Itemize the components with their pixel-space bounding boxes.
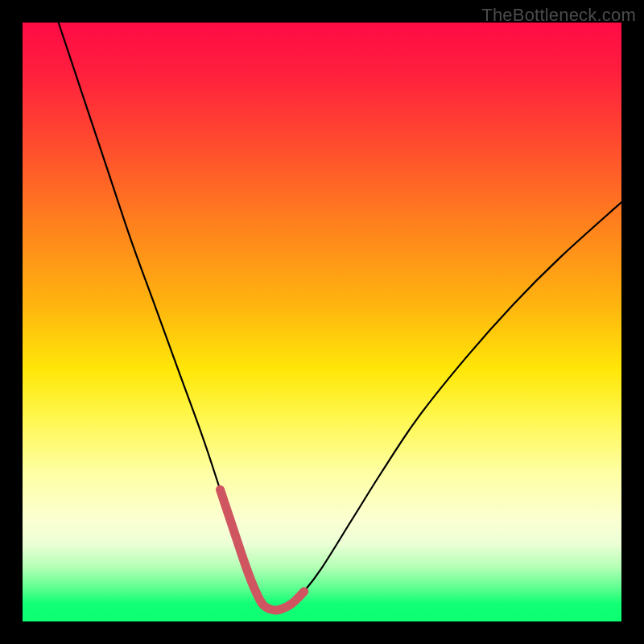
curve-svg bbox=[23, 23, 621, 621]
plot-area bbox=[23, 23, 621, 621]
highlight-band bbox=[221, 489, 304, 610]
outer-frame: TheBottleneck.com bbox=[0, 0, 644, 644]
bottleneck-curve bbox=[59, 23, 621, 610]
